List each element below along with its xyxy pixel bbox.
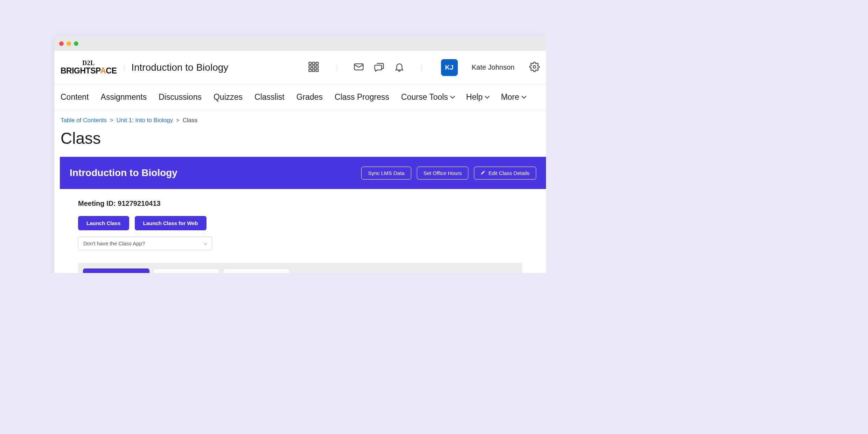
chevron-down-icon	[522, 94, 526, 99]
mail-icon[interactable]	[354, 62, 364, 74]
svg-rect-2	[316, 62, 318, 64]
svg-rect-0	[309, 62, 311, 64]
separator-dots-icon: ⋮	[117, 64, 131, 71]
tab-active[interactable]	[83, 268, 149, 273]
svg-rect-5	[316, 65, 318, 68]
dropdown-label: Don't have the Class App?	[83, 240, 145, 246]
maximize-window-icon[interactable]	[74, 41, 78, 46]
meeting-id: Meeting ID: 91279210413	[78, 200, 522, 208]
separator-dots-icon: ⋮	[329, 64, 344, 71]
nav-help[interactable]: Help	[466, 92, 489, 102]
class-banner: Introduction to Biology Sync LMS Data Se…	[60, 157, 546, 189]
user-name[interactable]: Kate Johnson	[472, 63, 514, 71]
banner-title: Introduction to Biology	[70, 167, 177, 178]
svg-rect-8	[316, 69, 318, 71]
nav-assignments[interactable]: Assignments	[101, 92, 147, 102]
top-bar: D2L BRIGHTSPACE ⋮ Introduction to Biolog…	[54, 51, 546, 84]
page-title: Class	[61, 129, 540, 148]
breadcrumb: Table of Contents > Unit 1: Into to Biol…	[61, 117, 540, 124]
svg-rect-3	[309, 65, 311, 68]
logo-brightspace-text: BRIGHTSPACE	[61, 67, 117, 75]
sync-lms-button[interactable]: Sync LMS Data	[361, 167, 411, 180]
separator-dots-icon: ⋮	[414, 64, 429, 71]
breadcrumb-toc[interactable]: Table of Contents	[61, 117, 107, 124]
brightspace-logo[interactable]: D2L BRIGHTSPACE	[61, 60, 117, 75]
svg-rect-6	[309, 69, 311, 71]
edit-class-details-button[interactable]: Edit Class Details	[474, 167, 536, 180]
svg-rect-1	[312, 62, 315, 64]
chevron-down-icon	[485, 94, 490, 99]
svg-point-10	[533, 65, 536, 68]
tab-inactive[interactable]	[153, 268, 219, 273]
close-window-icon[interactable]	[59, 41, 64, 46]
nav-content[interactable]: Content	[61, 92, 89, 102]
tab-inactive[interactable]	[223, 268, 289, 273]
window-titlebar	[54, 36, 546, 51]
nav-quizzes[interactable]: Quizzes	[214, 92, 243, 102]
chevron-down-icon	[450, 94, 455, 99]
breadcrumb-sep: >	[108, 117, 115, 124]
launch-class-web-button[interactable]: Launch Class for Web	[135, 216, 206, 230]
chevron-down-icon	[204, 241, 208, 245]
gear-icon[interactable]	[524, 62, 540, 74]
notifications-icon[interactable]	[394, 62, 405, 74]
breadcrumb-unit[interactable]: Unit 1: Into to Biology	[117, 117, 173, 124]
nav-class-progress[interactable]: Class Progress	[335, 92, 389, 102]
breadcrumb-current: Class	[183, 117, 198, 124]
minimize-window-icon[interactable]	[66, 41, 71, 46]
svg-rect-4	[312, 65, 315, 68]
class-app-dropdown[interactable]: Don't have the Class App?	[78, 237, 212, 250]
nav-grades[interactable]: Grades	[296, 92, 323, 102]
nav-classlist[interactable]: Classlist	[254, 92, 285, 102]
nav-more[interactable]: More	[501, 92, 525, 102]
logo-d2l-text: D2L	[82, 60, 95, 66]
window: D2L BRIGHTSPACE ⋮ Introduction to Biolog…	[54, 36, 546, 273]
breadcrumb-sep: >	[175, 117, 181, 124]
messages-icon[interactable]	[374, 62, 384, 74]
apps-grid-icon[interactable]	[308, 61, 319, 74]
nav-course-tools[interactable]: Course Tools	[401, 92, 454, 102]
set-office-hours-button[interactable]: Set Office Hours	[417, 167, 469, 180]
course-nav: Content Assignments Discussions Quizzes …	[54, 84, 546, 110]
pencil-icon	[481, 170, 485, 176]
tabs-container	[78, 263, 522, 273]
launch-class-button[interactable]: Launch Class	[78, 216, 129, 230]
edit-class-details-label: Edit Class Details	[488, 170, 530, 176]
nav-discussions[interactable]: Discussions	[159, 92, 202, 102]
svg-rect-7	[312, 69, 315, 71]
avatar[interactable]: KJ	[441, 59, 458, 76]
course-title: Introduction to Biology	[131, 62, 228, 73]
